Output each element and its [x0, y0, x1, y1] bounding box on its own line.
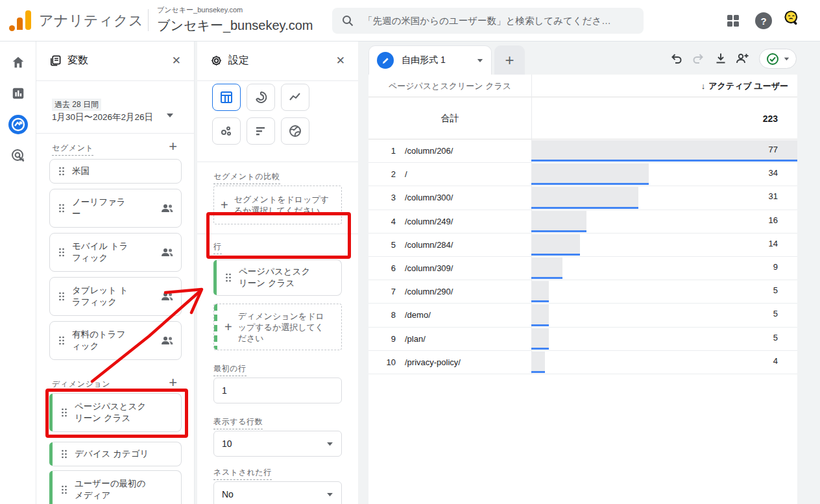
- segments-label[interactable]: セグメント: [52, 143, 93, 156]
- date-range[interactable]: 1月30日〜2026年2月26日: [52, 112, 153, 123]
- date-caret-icon[interactable]: [166, 113, 174, 118]
- row-bar: [531, 281, 549, 303]
- segment-dropzone[interactable]: + セグメントをドロップするか選択してください: [213, 186, 342, 224]
- applied-steps-button[interactable]: [759, 49, 797, 69]
- add-segment-button[interactable]: +: [169, 140, 177, 153]
- dimension-chip[interactable]: ユーザーの最初のメディア: [49, 470, 182, 504]
- drag-handle-icon[interactable]: [58, 167, 66, 176]
- rows-label[interactable]: 行: [213, 241, 222, 254]
- property-switcher[interactable]: ブンセキー_bunsekey.com: [157, 17, 313, 34]
- search-input[interactable]: 「先週の米国からのユーザー数」と検索してみてくださ…: [332, 8, 644, 34]
- redo-icon[interactable]: [691, 51, 706, 66]
- gear-icon: [210, 54, 223, 67]
- add-dimension-button[interactable]: +: [169, 376, 177, 389]
- row-dimension-chip[interactable]: ページパスとスクリーン クラス: [213, 259, 342, 296]
- nav-home-icon[interactable]: [8, 52, 29, 73]
- apps-grid-icon[interactable]: [725, 13, 741, 29]
- nested-rows-label[interactable]: ネストされた行: [213, 467, 272, 480]
- drag-handle-icon[interactable]: [60, 450, 68, 459]
- dimension-column-header[interactable]: ページパスとスクリーン クラス: [368, 75, 531, 97]
- metric-column-header[interactable]: ↓ アクティブ ユーザー: [531, 75, 797, 97]
- table-header-row: ページパスとスクリーン クラス ↓ アクティブ ユーザー: [368, 75, 797, 97]
- drag-handle-icon[interactable]: [58, 292, 66, 301]
- drag-handle-icon[interactable]: [224, 273, 232, 282]
- first-row-input[interactable]: 1: [213, 378, 342, 403]
- drag-handle-icon[interactable]: [58, 204, 66, 213]
- viz-table-button[interactable]: [212, 84, 241, 111]
- user-avatar[interactable]: [784, 10, 799, 25]
- segment-chip[interactable]: タブレット トラフィック: [49, 277, 182, 316]
- dimension-chip-label: デバイス カテゴリ: [75, 448, 149, 460]
- viz-donut-button[interactable]: [247, 84, 275, 111]
- drag-handle-icon[interactable]: [58, 336, 66, 345]
- viz-bar-button[interactable]: [247, 117, 275, 145]
- nav-reports-icon[interactable]: [8, 83, 29, 104]
- chevron-down-icon[interactable]: [477, 58, 483, 63]
- share-user-add-icon[interactable]: [734, 51, 750, 66]
- tab-freeform[interactable]: 自由形式 1: [368, 45, 492, 75]
- chevron-down-icon: [326, 442, 333, 446]
- table-row[interactable]: 2 / 34: [368, 163, 797, 186]
- table-row[interactable]: 5 /column/284/ 14: [368, 234, 797, 257]
- settings-panel: 設定 ✕ セグメントの比較 + セグメントをドロップするか選択してください 行 …: [197, 42, 358, 504]
- segment-chip[interactable]: モバイル トラフィック: [49, 233, 182, 272]
- table-row[interactable]: 3 /column/300/ 31: [368, 186, 797, 210]
- nested-rows-select[interactable]: No: [213, 481, 342, 504]
- row-dimension-value: /column/206/: [405, 139, 453, 162]
- total-value: 223: [531, 97, 797, 139]
- row-metric-value: 9: [773, 257, 778, 277]
- row-bar: [531, 304, 549, 326]
- first-row-label[interactable]: 最初の行: [213, 363, 247, 376]
- people-icon: [160, 335, 175, 346]
- download-icon[interactable]: [713, 51, 729, 66]
- table-row[interactable]: 9 /plan/ 5: [368, 328, 797, 351]
- row-dimension-value: /column/284/: [405, 234, 453, 256]
- table-row[interactable]: 6 /column/309/ 9: [368, 257, 797, 280]
- analytics-logo-icon[interactable]: [9, 10, 31, 31]
- dimensions-label[interactable]: ディメンション: [52, 379, 110, 392]
- table-row[interactable]: 4 /column/249/ 16: [368, 210, 797, 234]
- people-icon: [160, 203, 175, 213]
- app-title: アナリティクス: [39, 11, 143, 30]
- table-row[interactable]: 1 /column/206/ 77: [368, 139, 797, 163]
- row-metric-cell: 5: [531, 328, 797, 350]
- segment-chip[interactable]: 米国: [49, 159, 182, 184]
- undo-icon[interactable]: [668, 51, 684, 66]
- show-rows-select[interactable]: 10: [213, 431, 342, 457]
- dimension-chip[interactable]: デバイス カテゴリ: [49, 442, 182, 466]
- close-variables-icon[interactable]: ✕: [172, 54, 181, 67]
- drag-handle-icon[interactable]: [58, 248, 66, 257]
- row-metric-cell: 31: [531, 186, 797, 209]
- row-metric-cell: 16: [531, 210, 797, 233]
- segment-chip[interactable]: 有料のトラフィック: [49, 321, 182, 360]
- dimension-dropzone[interactable]: + ディメンションをドロップするか選択してください: [213, 304, 342, 350]
- dimension-chip[interactable]: ページパスとスクリーン クラス: [49, 393, 182, 432]
- row-rank: 10: [368, 351, 396, 374]
- viz-scatter-button[interactable]: [212, 117, 241, 145]
- segment-dropzone-text: セグメントをドロップするか選択してください: [234, 194, 332, 216]
- row-bar: [531, 187, 638, 209]
- segment-chip[interactable]: ノーリファラー: [49, 189, 182, 228]
- drag-handle-icon[interactable]: [60, 485, 68, 494]
- row-bar: [531, 140, 797, 162]
- nav-explore-icon[interactable]: [8, 114, 29, 135]
- table-row[interactable]: 10 /privacy-policy/ 4: [368, 351, 797, 374]
- close-settings-icon[interactable]: ✕: [336, 54, 345, 67]
- row-metric-cell: 5: [531, 280, 797, 303]
- row-metric-value: 16: [769, 210, 778, 230]
- row-metric-value: 31: [769, 186, 778, 206]
- segment-comparison-label[interactable]: セグメントの比較: [213, 171, 280, 184]
- search-icon: [341, 14, 354, 27]
- nav-advertising-icon[interactable]: [8, 145, 29, 166]
- drag-handle-icon[interactable]: [60, 408, 68, 417]
- table-row[interactable]: 7 /column/290/ 5: [368, 280, 797, 304]
- viz-line-button[interactable]: [281, 84, 309, 111]
- pencil-icon: [377, 52, 394, 69]
- add-tab-button[interactable]: +: [494, 45, 525, 75]
- show-rows-label[interactable]: 表示する行数: [213, 416, 263, 429]
- table-total-row: 合計 223: [368, 97, 797, 139]
- help-icon[interactable]: ?: [755, 12, 772, 29]
- table-row[interactable]: 8 /demo/ 5: [368, 304, 797, 327]
- viz-geo-button[interactable]: [281, 117, 309, 145]
- total-label: 合計: [368, 97, 531, 139]
